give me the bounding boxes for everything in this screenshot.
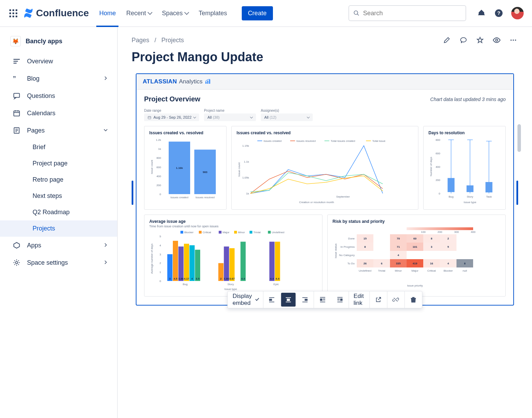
sidebar-pages[interactable]: Pages bbox=[0, 122, 117, 139]
svg-text:Trivial: Trivial bbox=[378, 269, 385, 272]
resize-handle-right[interactable] bbox=[516, 181, 518, 205]
resize-handle-left[interactable] bbox=[132, 181, 133, 205]
page-actions bbox=[442, 35, 518, 45]
edit-link-button[interactable]: Edit link bbox=[349, 291, 370, 308]
svg-text:1k: 1k bbox=[158, 147, 161, 151]
svg-text:Critical: Critical bbox=[427, 269, 436, 272]
svg-text:0: 0 bbox=[160, 193, 161, 196]
svg-text:Issue type: Issue type bbox=[224, 288, 237, 291]
wrap-right-button[interactable] bbox=[331, 291, 348, 308]
svg-rect-5 bbox=[14, 93, 20, 98]
svg-rect-93 bbox=[173, 241, 178, 281]
search-box[interactable] bbox=[348, 5, 466, 21]
space-icon: 🦊 bbox=[10, 36, 21, 46]
svg-rect-95 bbox=[178, 246, 184, 281]
sidebar-blog[interactable]: ” Blog bbox=[0, 70, 117, 87]
svg-text:4.17: 4.17 bbox=[184, 277, 189, 280]
sidebar-questions[interactable]: Questions bbox=[0, 87, 117, 104]
svg-text:No Category: No Category bbox=[339, 254, 355, 257]
search-input[interactable] bbox=[363, 10, 461, 17]
display-embed-button[interactable]: Display embed bbox=[228, 291, 263, 308]
svg-rect-180 bbox=[305, 299, 308, 301]
svg-text:Issue count: Issue count bbox=[150, 160, 153, 174]
svg-text:1.16k: 1.16k bbox=[176, 166, 183, 170]
star-icon[interactable] bbox=[475, 35, 485, 45]
svg-rect-65 bbox=[467, 185, 473, 192]
sidebar-sub-retro[interactable]: Retro page bbox=[0, 172, 117, 188]
svg-text:400: 400 bbox=[157, 175, 161, 178]
align-left-button[interactable] bbox=[263, 291, 281, 308]
filter-assignee[interactable]: All (12) bbox=[261, 113, 313, 121]
svg-rect-21 bbox=[207, 81, 208, 84]
sidebar-sub-project-page[interactable]: Project page bbox=[0, 155, 117, 172]
svg-text:Average number of days: Average number of days bbox=[150, 244, 153, 274]
svg-rect-81 bbox=[250, 231, 252, 234]
open-link-button[interactable] bbox=[370, 291, 387, 308]
align-center-button[interactable] bbox=[281, 293, 296, 307]
embed-scrollbar[interactable] bbox=[517, 124, 521, 152]
sidebar-sub-projects[interactable]: Projects bbox=[0, 220, 117, 237]
svg-rect-188 bbox=[340, 299, 343, 301]
svg-rect-99 bbox=[189, 245, 195, 281]
filter-project[interactable]: All (38) bbox=[204, 113, 256, 121]
wrap-left-button[interactable] bbox=[314, 291, 331, 308]
edit-icon[interactable] bbox=[442, 35, 452, 45]
svg-rect-177 bbox=[287, 299, 290, 301]
sidebar-item-label: Overview bbox=[27, 58, 53, 65]
app-switcher-icon[interactable] bbox=[8, 8, 18, 18]
comment-icon[interactable] bbox=[459, 35, 468, 45]
svg-rect-113 bbox=[269, 242, 275, 281]
sidebar-sub-roadmap[interactable]: Q2 Roadmap bbox=[0, 204, 117, 220]
svg-text:In Progress: In Progress bbox=[340, 245, 355, 248]
help-icon[interactable]: ? bbox=[494, 8, 504, 18]
page-title: Project Mango Update bbox=[132, 50, 518, 64]
create-button[interactable]: Create bbox=[242, 6, 273, 20]
nav-spaces[interactable]: Spaces bbox=[162, 0, 188, 26]
svg-text:Issue status: Issue status bbox=[334, 244, 337, 258]
sidebar-sub-next[interactable]: Next steps bbox=[0, 188, 117, 204]
svg-text:26: 26 bbox=[364, 262, 367, 265]
filter-project-label: Project name bbox=[204, 109, 256, 112]
chevron-down-icon bbox=[184, 10, 189, 15]
top-nav: Confluence Home Recent Spaces Templates … bbox=[0, 0, 532, 27]
sidebar-item-label: Questions bbox=[27, 92, 55, 100]
sidebar-settings[interactable]: Space settings bbox=[0, 254, 117, 271]
product-logo[interactable]: Confluence bbox=[24, 8, 89, 19]
breadcrumb-projects[interactable]: Projects bbox=[161, 37, 184, 44]
svg-rect-115 bbox=[275, 242, 280, 281]
svg-text:15: 15 bbox=[364, 237, 367, 240]
svg-text:5: 5 bbox=[447, 245, 449, 248]
svg-rect-108 bbox=[229, 248, 234, 281]
sidebar-overview[interactable]: Overview bbox=[0, 53, 117, 70]
svg-text:4: 4 bbox=[447, 262, 449, 265]
confluence-icon bbox=[24, 8, 33, 18]
align-right-button[interactable] bbox=[296, 291, 314, 308]
svg-text:70: 70 bbox=[397, 237, 400, 240]
space-header[interactable]: 🦊 Bancly apps bbox=[0, 33, 117, 53]
svg-rect-101 bbox=[195, 250, 200, 281]
sidebar-apps[interactable]: Apps bbox=[0, 237, 117, 254]
filter-date-label: Date range bbox=[144, 109, 199, 112]
svg-text:Issues created: Issues created bbox=[170, 196, 188, 199]
svg-text:2: 2 bbox=[447, 237, 449, 240]
more-icon[interactable] bbox=[508, 35, 518, 45]
filter-date[interactable]: Aug 29 - Sep 26, 2022 bbox=[144, 113, 199, 121]
notifications-icon[interactable] bbox=[477, 8, 486, 18]
analytics-embed[interactable]: ATLASSIAN Analytics Project Overview Cha… bbox=[136, 73, 514, 306]
svg-rect-23 bbox=[148, 116, 151, 119]
sidebar-sub-brief[interactable]: Brief bbox=[0, 139, 117, 155]
watch-icon[interactable] bbox=[492, 35, 502, 45]
user-avatar[interactable] bbox=[511, 7, 524, 19]
unlink-button[interactable] bbox=[387, 291, 405, 308]
svg-text:September: September bbox=[336, 195, 350, 198]
nav-templates[interactable]: Templates bbox=[199, 0, 227, 26]
breadcrumb-pages[interactable]: Pages bbox=[132, 37, 149, 44]
delete-button[interactable] bbox=[405, 291, 422, 308]
nav-home[interactable]: Home bbox=[99, 0, 116, 26]
sidebar-item-label: Calendars bbox=[27, 110, 55, 117]
box-chart: 0200400600800BugStoryTaskIssue typeNumbe… bbox=[428, 138, 501, 204]
sidebar-calendars[interactable]: Calendars bbox=[0, 104, 117, 122]
nav-recent[interactable]: Recent bbox=[126, 0, 151, 26]
svg-text:200: 200 bbox=[157, 184, 161, 187]
svg-text:Story: Story bbox=[467, 195, 473, 198]
